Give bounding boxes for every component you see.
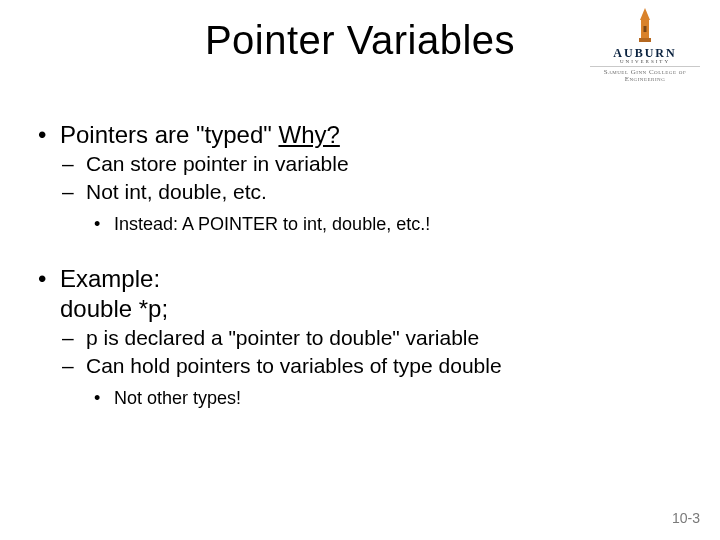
bullet-example: Example: double *p; [38, 264, 680, 323]
bullet-text: Pointers are "typed" [60, 121, 278, 148]
svg-rect-3 [644, 26, 647, 32]
svg-rect-2 [639, 38, 651, 42]
logo-text-college: Samuel Ginn College of Engineering [590, 66, 700, 83]
slide: Pointer Variables AUBURN UNIVERSITY Samu… [0, 0, 720, 540]
sub-bullet-declared: p is declared a "pointer to double" vari… [62, 325, 680, 351]
logo-text-main: AUBURN [590, 47, 700, 59]
why-link[interactable]: Why? [278, 121, 339, 148]
slide-number: 10-3 [672, 510, 700, 526]
sub-bullet-store: Can store pointer in variable [62, 151, 680, 177]
subsub-bullet-instead: Instead: A POINTER to int, double, etc.! [94, 214, 680, 236]
subsub-bullet-not-other: Not other types! [94, 388, 680, 410]
sub-bullet-can-hold: Can hold pointers to variables of type d… [62, 353, 680, 379]
example-code: double *p; [60, 295, 168, 322]
tower-icon [634, 8, 656, 42]
bullet-pointers-typed: Pointers are "typed" Why? [38, 120, 680, 149]
auburn-logo: AUBURN UNIVERSITY Samuel Ginn College of… [590, 8, 700, 83]
body-content: Pointers are "typed" Why? Can store poin… [38, 110, 680, 414]
logo-text-sub: UNIVERSITY [590, 59, 700, 64]
sub-bullet-not-int: Not int, double, etc. [62, 179, 680, 205]
svg-marker-1 [640, 8, 650, 20]
example-label: Example: [60, 265, 160, 292]
